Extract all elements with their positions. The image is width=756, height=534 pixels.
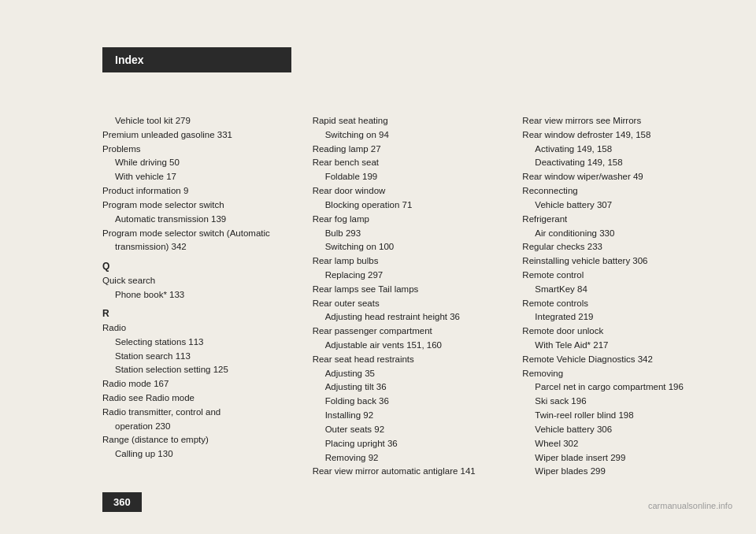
index-entry: Rear passenger compartment <box>313 324 515 339</box>
index-entry: Air conditioning 330 <box>522 227 724 241</box>
index-entry: Vehicle battery 306 <box>522 423 724 437</box>
index-entry: Radio transmitter, control and <box>102 406 305 420</box>
index-entry: Wiper blades 299 <box>522 465 724 479</box>
index-entry: Folding back 36 <box>313 395 515 409</box>
index-entry: Rear window wiper/washer 49 <box>522 170 724 184</box>
index-entry: Adjusting tilt 36 <box>313 380 515 395</box>
index-entry: Rear seat head restraints <box>313 353 515 367</box>
index-entry: Replacing 297 <box>313 269 515 283</box>
index-entry: Reading lamp 27 <box>313 143 515 157</box>
column-2: Rapid seat heatingSwitching on 94Reading… <box>313 114 523 479</box>
index-entry: Refrigerant <box>522 213 724 227</box>
index-entry: Station selection setting 125 <box>102 363 305 377</box>
index-entry: Regular checks 233 <box>522 240 724 254</box>
index-entry: With Tele Aid* 217 <box>522 339 724 353</box>
index-entry: Quick search <box>102 274 305 288</box>
index-entry: While driving 50 <box>102 156 305 170</box>
index-entry: Wheel 302 <box>522 437 724 451</box>
watermark: carmanualsonline.info <box>648 501 732 510</box>
index-entry: Removing 92 <box>313 451 515 465</box>
index-entry: Station search 113 <box>102 350 305 364</box>
index-entry: Installing 92 <box>313 409 515 423</box>
index-header: Index <box>102 47 291 72</box>
index-entry: Rear window defroster 149, 158 <box>522 128 724 143</box>
index-entry: Selecting stations 113 <box>102 336 305 350</box>
index-entry: Range (distance to empty) <box>102 433 305 447</box>
index-entry: Blocking operation 71 <box>313 198 515 213</box>
index-entry: Program mode selector switch (Automatic <box>102 227 305 241</box>
index-entry: Remote control <box>522 269 724 283</box>
index-entry: Problems <box>102 143 305 157</box>
index-entry: Rear door window <box>313 184 515 198</box>
index-entry: Radio mode 167 <box>102 377 305 391</box>
index-entry: Rear view mirrors see Mirrors <box>522 114 724 128</box>
index-entry: Adjustable air vents 151, 160 <box>313 339 515 353</box>
index-entry: Rear fog lamp <box>313 213 515 227</box>
index-entry: Vehicle tool kit 279 <box>102 114 305 128</box>
index-entry: Remote door unlock <box>522 324 724 339</box>
index-entry: Automatic transmission 139 <box>102 213 305 227</box>
page-container: Index Vehicle tool kit 279Premium unlead… <box>0 0 756 534</box>
index-entry: Rear view mirror automatic antiglare 141 <box>313 465 515 479</box>
index-entry: Rear lamp bulbs <box>313 254 515 269</box>
index-entry: Vehicle battery 307 <box>522 198 724 213</box>
index-entry: Rear bench seat <box>313 156 515 170</box>
index-entry: operation 230 <box>102 420 305 434</box>
index-entry: Phone book* 133 <box>102 288 305 302</box>
index-entry: Remote Vehicle Diagnostics 342 <box>522 353 724 367</box>
index-entry: Reinstalling vehicle battery 306 <box>522 254 724 269</box>
column-3: Rear view mirrors see MirrorsRear window… <box>522 114 732 479</box>
index-entry: Foldable 199 <box>313 170 515 184</box>
index-entry: Bulb 293 <box>313 227 515 241</box>
index-entry: Rapid seat heating <box>313 114 515 128</box>
index-entry: transmission) 342 <box>102 240 305 254</box>
index-entry: Radio see Radio mode <box>102 391 305 406</box>
index-entry: Q <box>102 259 305 274</box>
index-entry: Rear outer seats <box>313 297 515 311</box>
index-entry: Program mode selector switch <box>102 198 305 213</box>
index-entry: Remote controls <box>522 297 724 311</box>
header-title: Index <box>115 54 144 66</box>
column-1: Vehicle tool kit 279Premium unleaded gas… <box>102 114 313 479</box>
index-entry: Calling up 130 <box>102 447 305 462</box>
index-entry: Placing upright 36 <box>313 437 515 451</box>
index-entry: Adjusting 35 <box>313 367 515 381</box>
index-entry: Ski sack 196 <box>522 395 724 409</box>
index-entry: Twin-reel roller blind 198 <box>522 409 724 423</box>
content-area: Vehicle tool kit 279Premium unleaded gas… <box>102 114 732 479</box>
index-entry: Activating 149, 158 <box>522 143 724 157</box>
page-number: 360 <box>102 492 142 512</box>
index-entry: Rear lamps see Tail lamps <box>313 283 515 297</box>
index-entry: Adjusting head restraint height 36 <box>313 310 515 324</box>
index-entry: Integrated 219 <box>522 310 724 324</box>
index-entry: Product information 9 <box>102 184 305 198</box>
index-entry: R <box>102 306 305 321</box>
index-entry: Switching on 100 <box>313 240 515 254</box>
index-entry: Outer seats 92 <box>313 423 515 437</box>
index-entry: Reconnecting <box>522 184 724 198</box>
index-entry: With vehicle 17 <box>102 170 305 184</box>
index-entry: Parcel net in cargo compartment 196 <box>522 380 724 395</box>
index-entry: Radio <box>102 321 305 336</box>
index-entry: Switching on 94 <box>313 128 515 143</box>
index-entry: SmartKey 84 <box>522 283 724 297</box>
index-entry: Removing <box>522 367 724 381</box>
index-entry: Premium unleaded gasoline 331 <box>102 128 305 143</box>
index-entry: Wiper blade insert 299 <box>522 451 724 465</box>
index-entry: Deactivating 149, 158 <box>522 156 724 170</box>
